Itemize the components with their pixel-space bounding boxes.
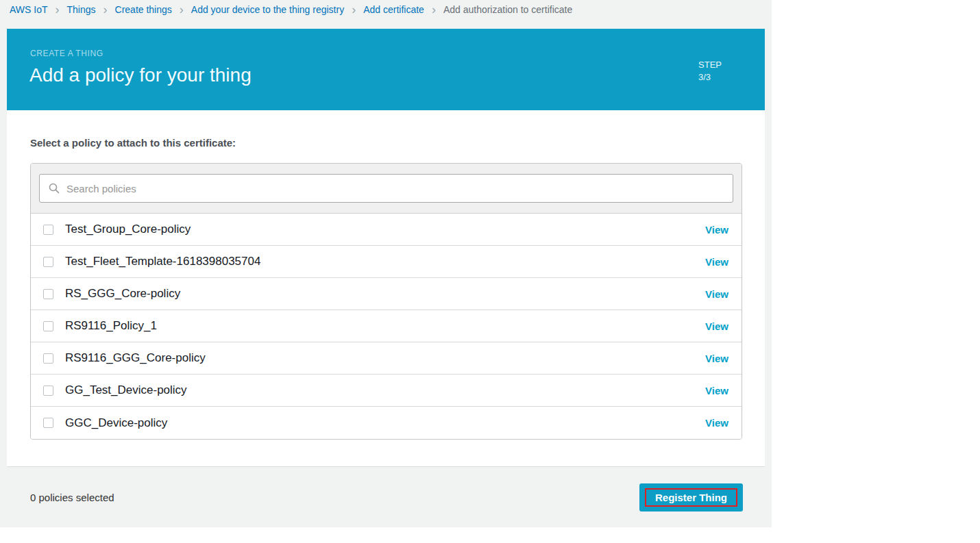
policy-name: Test_Group_Core-policy	[65, 223, 705, 236]
main-panel: Select a policy to attach to this certif…	[7, 110, 765, 466]
policy-name: RS9116_GGG_Core-policy	[65, 351, 705, 365]
policy-checkbox[interactable]	[43, 257, 53, 267]
policy-list-box: Test_Group_Core-policy View Test_Fleet_T…	[30, 163, 742, 440]
policy-checkbox[interactable]	[43, 418, 53, 428]
table-row: RS9116_Policy_1 View	[31, 310, 742, 342]
page-title: Add a policy for your thing	[29, 64, 252, 86]
chevron-right-icon: ›	[432, 5, 436, 14]
breadcrumb-things[interactable]: Things	[67, 4, 96, 15]
table-row: GGC_Device-policy View	[31, 407, 742, 439]
view-policy-link[interactable]: View	[705, 224, 728, 236]
view-policy-link[interactable]: View	[705, 256, 728, 268]
breadcrumb-add-authorization-current: Add authorization to certificate	[443, 4, 572, 15]
chevron-right-icon: ›	[103, 5, 108, 14]
chevron-right-icon: ›	[352, 5, 356, 14]
search-strip	[31, 164, 742, 214]
view-policy-link[interactable]: View	[705, 385, 728, 396]
search-icon	[49, 183, 60, 194]
breadcrumb: AWS IoT › Things › Create things › Add y…	[0, 0, 772, 18]
view-policy-link[interactable]: View	[705, 288, 728, 300]
policy-checkbox[interactable]	[43, 321, 53, 331]
step-value: 3/3	[698, 71, 722, 84]
policy-checkbox[interactable]	[43, 289, 53, 299]
wizard-kicker: CREATE A THING	[30, 49, 103, 58]
table-row: RS_GGG_Core-policy View	[31, 278, 742, 310]
policy-checkbox[interactable]	[43, 225, 53, 235]
step-label: STEP	[698, 59, 722, 71]
register-thing-button[interactable]: Register Thing	[639, 483, 743, 512]
chevron-right-icon: ›	[180, 5, 184, 14]
step-indicator: STEP 3/3	[698, 59, 722, 84]
aws-iot-wizard-page: AWS IoT › Things › Create things › Add y…	[0, 0, 772, 527]
policy-checkbox[interactable]	[43, 353, 53, 364]
view-policy-link[interactable]: View	[705, 320, 728, 332]
register-thing-button-label-red-annotation: Register Thing	[645, 488, 737, 507]
breadcrumb-add-certificate[interactable]: Add certificate	[363, 4, 424, 15]
wizard-footer: 0 policies selected Register Thing	[7, 466, 765, 527]
breadcrumb-add-device-to-registry[interactable]: Add your device to the thing registry	[191, 4, 344, 15]
table-row: GG_Test_Device-policy View	[31, 375, 742, 407]
breadcrumb-aws-iot[interactable]: AWS IoT	[10, 4, 48, 15]
policy-name: RS9116_Policy_1	[65, 319, 705, 333]
wizard-header: CREATE A THING Add a policy for your thi…	[7, 29, 765, 110]
policy-checkbox[interactable]	[43, 386, 53, 396]
view-policy-link[interactable]: View	[705, 417, 728, 429]
table-row: Test_Fleet_Template-1618398035704 View	[31, 246, 742, 278]
section-label: Select a policy to attach to this certif…	[30, 137, 742, 149]
view-policy-link[interactable]: View	[705, 353, 728, 364]
chevron-right-icon: ›	[56, 5, 60, 14]
policy-name: GGC_Device-policy	[65, 416, 705, 430]
policy-name: GG_Test_Device-policy	[65, 383, 705, 397]
search-input[interactable]	[66, 183, 724, 194]
breadcrumb-create-things[interactable]: Create things	[115, 4, 172, 15]
search-field[interactable]	[39, 174, 733, 203]
policy-name: Test_Fleet_Template-1618398035704	[65, 255, 705, 268]
selection-summary: 0 policies selected	[30, 492, 114, 503]
policy-name: RS_GGG_Core-policy	[65, 287, 705, 301]
table-row: Test_Group_Core-policy View	[31, 214, 742, 246]
table-row: RS9116_GGG_Core-policy View	[31, 342, 742, 375]
